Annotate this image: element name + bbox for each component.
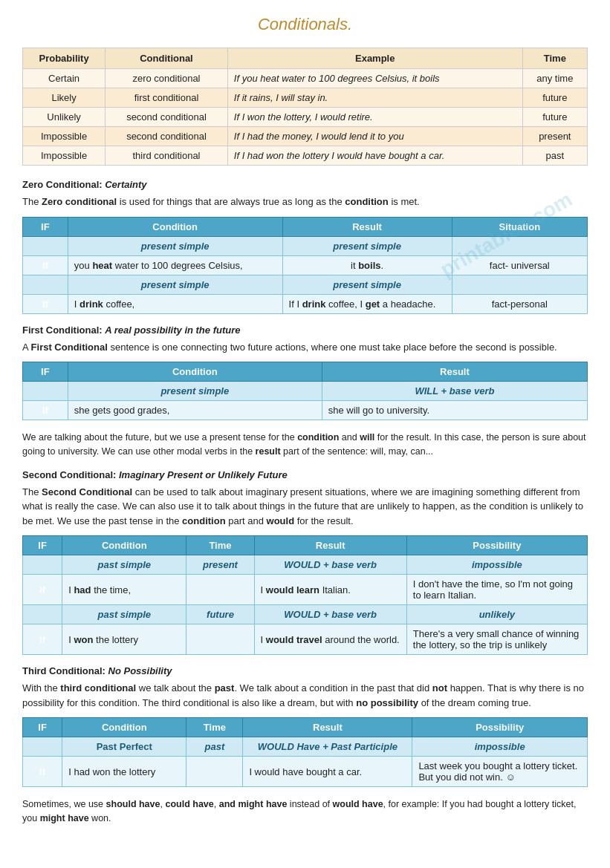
zero-conditional-table: IF Condition Result Situation present si… <box>22 217 588 314</box>
table-row: present simple present simple <box>23 236 588 255</box>
third-conditional-heading: Third Conditional: No Possibility <box>22 665 588 676</box>
second-conditional-heading: Second Conditional: Imaginary Present or… <box>22 469 588 480</box>
table-row: If I had the time, I would learn Italian… <box>23 575 588 605</box>
overview-col-conditional: Conditional <box>106 48 228 69</box>
overview-col-probability: Probability <box>23 48 106 69</box>
table-row: Likely first conditional If it rains, I … <box>23 88 588 108</box>
table-row: Past Perfect past WOULD Have + Past Part… <box>23 737 588 757</box>
overview-col-time: Time <box>522 48 587 69</box>
page-title: Conditionals. <box>22 15 588 34</box>
zero-conditional-desc: The Zero conditional is used for things … <box>22 195 588 209</box>
table-row: If I had won the lottery I would have bo… <box>23 757 588 787</box>
first-conditional-table: IF Condition Result present simple WILL … <box>22 362 588 420</box>
table-row: If I won the lottery I would travel arou… <box>23 624 588 655</box>
zero-conditional-heading: Zero Conditional: Certainty <box>22 179 588 190</box>
table-row: present simple WILL + base verb <box>23 382 588 401</box>
overview-table: Probability Conditional Example Time Cer… <box>22 48 588 166</box>
first-conditional-note: We are talking about the future, but we … <box>22 431 588 459</box>
table-row: past simple future WOULD + base verb unl… <box>23 605 588 624</box>
first-conditional-desc: A First Conditional sentence is one conn… <box>22 340 588 355</box>
third-conditional-table: IF Condition Time Result Possibility Pas… <box>22 717 588 787</box>
table-row: past simple present WOULD + base verb im… <box>23 555 588 575</box>
table-row: Certain zero conditional If you heat wat… <box>23 69 588 88</box>
overview-col-example: Example <box>227 48 522 69</box>
table-row: Impossible third conditional If I had wo… <box>23 146 588 166</box>
table-row: If she gets good grades, she will go to … <box>23 401 588 420</box>
table-row: Unlikely second conditional If I won the… <box>23 108 588 127</box>
first-conditional-heading: First Conditional: A real possibility in… <box>22 324 588 336</box>
second-conditional-desc: The Second Conditional can be used to ta… <box>22 485 588 529</box>
table-row: If I drink coffee, If I drink coffee, I … <box>23 294 588 313</box>
third-conditional-note: Sometimes, we use should have, could hav… <box>22 797 588 826</box>
table-row: Impossible second conditional If I had t… <box>23 127 588 146</box>
third-conditional-desc: With the third conditional we talk about… <box>22 681 588 710</box>
table-row: present simple present simple <box>23 275 588 294</box>
table-row: If you heat water to 100 degrees Celsius… <box>23 255 588 275</box>
second-conditional-table: IF Condition Time Result Possibility pas… <box>22 535 588 655</box>
